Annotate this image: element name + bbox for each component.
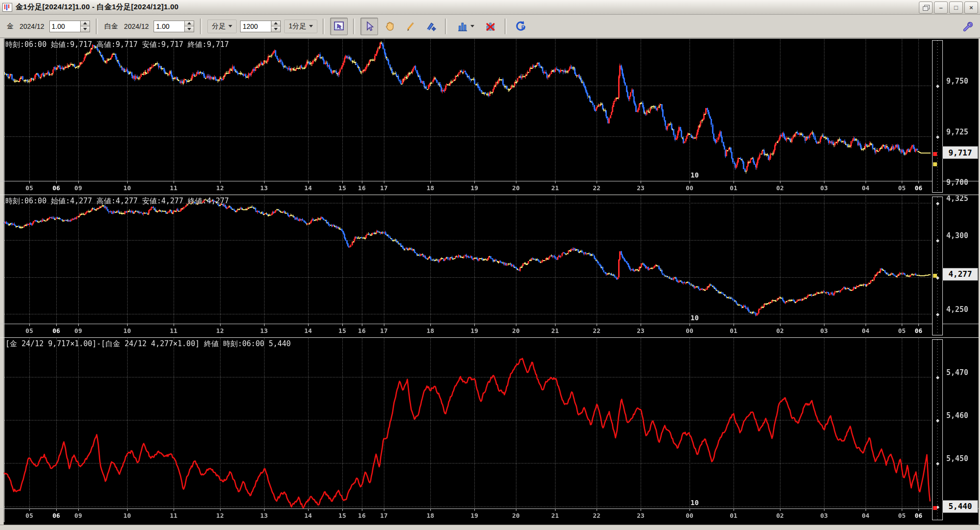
- marker-move-button[interactable]: [422, 18, 440, 35]
- toolbar-separator: [505, 19, 507, 34]
- interval-type-dropdown[interactable]: 分足: [207, 20, 237, 33]
- refresh-chart-button[interactable]: R: [512, 18, 530, 35]
- settings-button[interactable]: [959, 18, 976, 35]
- maximize-button[interactable]: □: [949, 1, 963, 14]
- toolbar-separator: [445, 19, 447, 34]
- toolbar: 金 2024/12 白金 2024/12 分足: [0, 15, 980, 38]
- up-arrow-icon: [83, 22, 87, 24]
- gold-month-label: 2024/12: [20, 22, 45, 30]
- up-arrow-icon: [274, 22, 278, 24]
- interval-label: 1分足: [289, 22, 306, 31]
- bar-chart-delete-icon: [485, 21, 496, 32]
- platinum-month-label: 2024/12: [124, 22, 149, 30]
- gold-multiplier-down-button[interactable]: [81, 26, 89, 32]
- float-window-icon: [923, 5, 929, 10]
- bar-count-up-button[interactable]: [271, 21, 280, 26]
- platinum-multiplier-spinner: [154, 21, 194, 32]
- pan-button[interactable]: [381, 18, 399, 35]
- marker-icon: [425, 21, 437, 32]
- app-window: 金1分足[2024/12]1.00 - 白金1分足[2024/12]1.00 –…: [0, 0, 980, 530]
- interval-dropdown[interactable]: 1分足: [284, 20, 317, 33]
- platinum-multiplier-input[interactable]: [154, 21, 184, 32]
- down-arrow-icon: [83, 28, 87, 30]
- select-cursor-button[interactable]: [360, 18, 378, 35]
- hand-icon: [384, 21, 396, 32]
- platinum-label: 白金: [105, 22, 118, 31]
- up-arrow-icon: [187, 22, 191, 24]
- bar-count-spinner: [240, 21, 281, 32]
- down-arrow-icon: [274, 28, 278, 30]
- window-title: 金1分足[2024/12]1.00 - 白金1分足[2024/12]1.00: [16, 2, 178, 12]
- toolbar-separator: [323, 19, 325, 34]
- titlebar[interactable]: 金1分足[2024/12]1.00 - 白金1分足[2024/12]1.00 –…: [0, 0, 980, 15]
- platinum-multiplier-up-button[interactable]: [185, 21, 194, 26]
- indicator-chart-button[interactable]: [452, 18, 479, 35]
- interval-type-label: 分足: [212, 22, 225, 31]
- chevron-down-icon: [309, 25, 313, 27]
- float-window-button[interactable]: [919, 1, 933, 14]
- chevron-down-icon: [470, 25, 474, 27]
- draw-line-button[interactable]: [401, 18, 419, 35]
- gold-multiplier-spinner: [49, 21, 90, 32]
- toolbar-separator: [200, 19, 202, 34]
- gold-multiplier-up-button[interactable]: [81, 21, 89, 26]
- chart-cursor-mode-button[interactable]: [330, 18, 348, 35]
- refresh-r-icon: R: [514, 20, 527, 33]
- toolbar-separator: [96, 19, 98, 34]
- close-button[interactable]: ×: [964, 1, 978, 14]
- bar-chart-icon: [457, 21, 468, 32]
- svg-text:R: R: [521, 24, 525, 30]
- platinum-multiplier-down-button[interactable]: [185, 26, 194, 32]
- minimize-button[interactable]: –: [934, 1, 948, 14]
- cursor-icon: [363, 21, 375, 32]
- remove-chart-button[interactable]: [482, 18, 499, 35]
- down-arrow-icon: [187, 28, 191, 30]
- bar-count-down-button[interactable]: [271, 26, 280, 32]
- chevron-down-icon: [228, 25, 232, 27]
- gold-multiplier-input[interactable]: [49, 21, 80, 32]
- chart-cursor-icon: [333, 21, 345, 32]
- bar-count-input[interactable]: [240, 21, 271, 32]
- chart-canvas[interactable]: [0, 38, 980, 530]
- gold-label: 金: [7, 22, 14, 31]
- pencil-icon: [404, 21, 416, 32]
- toolbar-separator: [353, 19, 355, 34]
- wrench-icon: [961, 20, 974, 33]
- app-icon: [2, 3, 12, 12]
